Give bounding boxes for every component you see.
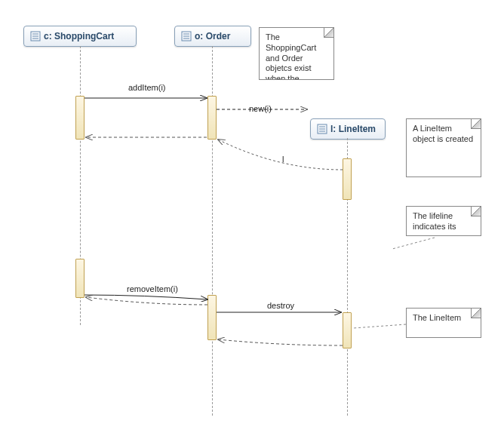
note-lineitem-created: A LineItem object is created: [406, 118, 481, 177]
note-lifeline: The lifeline indicates its: [406, 206, 481, 236]
participant-label: c: ShoppingCart: [44, 31, 114, 41]
object-icon: [317, 124, 327, 134]
note-lineitem-destroy: The LineItem: [406, 308, 481, 338]
message-removeitem: removeItem(i): [127, 284, 178, 293]
activation-lineitem-1: [343, 158, 352, 200]
note-text: The ShoppingCart and Order objetcs exist…: [266, 32, 316, 80]
note-text: A LineItem object is created: [413, 124, 473, 143]
message-destroy: destroy: [267, 301, 294, 310]
note-fold-icon: [324, 27, 334, 38]
message-additem: addItem(i): [128, 83, 166, 92]
participant-label: l: LineItem: [330, 124, 376, 134]
note-text: The LineItem: [413, 313, 461, 322]
activation-cart-2: [75, 259, 85, 298]
object-icon: [181, 31, 192, 41]
participant-lineitem: l: LineItem: [310, 118, 386, 140]
message-return-l: l: [282, 155, 284, 164]
participant-shoppingcart: c: ShoppingCart: [23, 26, 137, 47]
note-initial-objects: The ShoppingCart and Order objetcs exist…: [259, 27, 334, 80]
message-new: new(i): [249, 104, 272, 113]
note-fold-icon: [471, 118, 481, 129]
object-icon: [30, 31, 41, 41]
participant-order: o: Order: [174, 26, 251, 47]
activation-cart-1: [75, 96, 85, 140]
note-text: The lifeline indicates its: [413, 211, 456, 231]
note-fold-icon: [471, 308, 481, 318]
participant-label: o: Order: [195, 31, 230, 41]
activation-order-1: [207, 96, 217, 140]
activation-lineitem-2: [343, 312, 352, 348]
note-fold-icon: [471, 206, 481, 216]
activation-order-2: [207, 295, 217, 340]
